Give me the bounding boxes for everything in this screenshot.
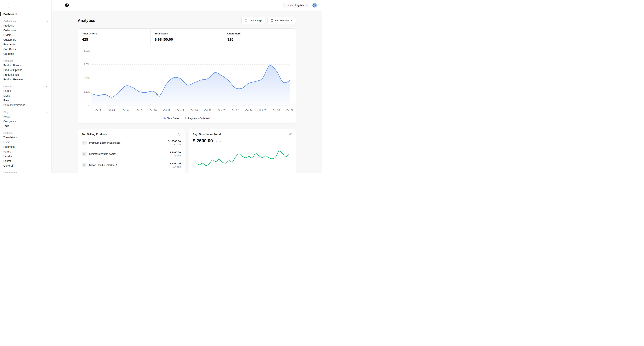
svg-text:Oct 16: Oct 16: [190, 109, 198, 112]
sidebar-item-product-brands[interactable]: Product Brands: [0, 63, 51, 68]
sidebar-item-header[interactable]: Header: [0, 154, 51, 159]
sidebar-item-footer[interactable]: Footer: [0, 159, 51, 163]
product-name: Urban Hoodie (Black / L): [89, 163, 117, 166]
sidebar-item-general[interactable]: General: [0, 163, 51, 168]
top-selling-title[interactable]: Top Selling Products: [82, 133, 107, 136]
stat-total-sales: Total Sales $ 68450.00: [150, 29, 223, 45]
sidebar-item-product-files[interactable]: Product Files: [0, 72, 51, 77]
trending-up-icon: [288, 133, 292, 136]
sidebar-section-settings[interactable]: Settings: [0, 131, 51, 135]
stat-label[interactable]: Customers: [227, 32, 240, 36]
channels-label: All Channels: [275, 19, 289, 22]
package-icon: [178, 133, 181, 136]
svg-text:Oct 2: Oct 2: [95, 109, 101, 112]
product-revenue: $ 8400.00: [169, 151, 181, 154]
stat-total-orders: Total Orders 428: [78, 29, 150, 45]
product-revenue: $ 12500.00: [168, 140, 181, 143]
svg-text:3.00k: 3.00k: [84, 77, 90, 79]
svg-text:Oct 12: Oct 12: [163, 109, 170, 112]
sidebar-item-tags[interactable]: Tags: [0, 124, 51, 128]
aov-title[interactable]: Avg. Order Value Trend: [193, 133, 221, 136]
product-row[interactable]: #3 Urban Hoodie (Black / L) $ 6200.00 12…: [82, 159, 181, 170]
sidebar-section-content[interactable]: Content: [0, 84, 51, 89]
product-row[interactable]: #2 Minimalist Watch (Gold) $ 8400.00 28 …: [82, 148, 181, 159]
sidebar-item-forms[interactable]: Forms: [0, 149, 51, 154]
sidebar-item-translations[interactable]: Translations: [0, 135, 51, 140]
product-sold: 28 sold: [169, 154, 181, 157]
legend-payments-collected[interactable]: Payments Collected: [184, 117, 210, 120]
rank-badge: #2: [82, 152, 87, 156]
aov-sparkline: [193, 149, 292, 167]
sidebar-item-form-submissions[interactable]: Form Submissions: [0, 103, 51, 107]
sales-chart-svg: 0.00k1.50k3.00k4.50k6.00kOct 2Oct 4Oct 6…: [80, 48, 293, 115]
legend-dot-payments: [184, 117, 186, 119]
analytics-panel: Total Orders 428 Total Sales $ 68450.00 …: [78, 29, 296, 124]
product-sold: 50 sold: [168, 143, 181, 146]
chevron-up-icon: [46, 60, 48, 62]
chevron-left-icon: [5, 5, 8, 7]
topbar: Locale: English: [52, 0, 322, 11]
sidebar-section-label: Collections: [4, 20, 16, 23]
sidebar-item-files[interactable]: Files: [0, 98, 51, 103]
sidebar-item-pages[interactable]: Pages: [0, 89, 51, 93]
channels-button[interactable]: All Channels: [268, 17, 296, 24]
sidebar-item-orders[interactable]: Orders: [0, 33, 51, 38]
back-button[interactable]: [4, 3, 9, 8]
product-revenue: $ 6200.00: [169, 162, 181, 165]
date-range-button[interactable]: Date Range: [241, 17, 265, 24]
product-row[interactable]: #1 Premium Leather Backpack $ 12500.00 5…: [82, 137, 181, 148]
sidebar-item-products[interactable]: Products: [0, 23, 51, 28]
sidebar-item-redirects[interactable]: Redirects: [0, 144, 51, 149]
sidebar-item-customers[interactable]: Customers: [0, 38, 51, 42]
top-selling-list: #1 Premium Leather Backpack $ 12500.00 5…: [82, 137, 181, 170]
main-area: Locale: English Analytics: [52, 0, 322, 173]
sidebar-section-label: Products: [4, 60, 13, 62]
legend-total-sales[interactable]: Total Sales: [164, 117, 179, 120]
legend-dot-sales: [164, 117, 166, 119]
sidebar-item-categories[interactable]: Categories: [0, 119, 51, 124]
page-head: Analytics Date Range: [78, 17, 296, 24]
sidebar-section-products[interactable]: Products: [0, 59, 51, 63]
app-logo[interactable]: [65, 3, 69, 8]
sidebar-item-product-reviews[interactable]: Product Reviews: [0, 77, 51, 82]
sidebar-item-posts[interactable]: Posts: [0, 114, 51, 119]
sidebar-section-label: Content: [4, 85, 12, 88]
sidebar-section-ecommerce[interactable]: Ecommerce: [0, 170, 51, 173]
sidebar-item-dashboard[interactable]: Dashboard: [0, 12, 51, 17]
stat-label[interactable]: Total Sales: [155, 32, 168, 36]
svg-text:Oct 4: Oct 4: [109, 109, 115, 112]
stat-value: 315: [227, 38, 291, 42]
svg-text:Oct 6: Oct 6: [123, 109, 128, 112]
rank-badge: #1: [82, 141, 87, 144]
sidebar-item-menu[interactable]: Menu: [0, 93, 51, 98]
chevron-up-icon: [46, 85, 48, 88]
svg-text:Oct 10: Oct 10: [150, 109, 156, 112]
user-avatar[interactable]: [312, 3, 317, 8]
svg-text:Oct 26: Oct 26: [259, 109, 266, 112]
aov-value: $ 2600.00: [193, 138, 213, 143]
content: Analytics Date Range: [52, 11, 322, 173]
sidebar-item-product-options[interactable]: Product Options: [0, 68, 51, 72]
stat-label[interactable]: Total Orders: [82, 32, 97, 36]
legend-label: Payments Collected: [188, 117, 210, 120]
chevron-down-icon: [291, 19, 293, 22]
sidebar-nav: Dashboard Collections Products Collectio…: [0, 12, 51, 173]
sidebar-section-collections[interactable]: Collections: [0, 19, 51, 23]
sidebar-section-blog[interactable]: Blog: [0, 110, 51, 114]
aov-period: Today: [214, 140, 220, 143]
sidebar-item-collections[interactable]: Collections: [0, 28, 51, 33]
stats-row: Total Orders 428 Total Sales $ 68450.00 …: [78, 29, 296, 45]
svg-text:Oct 14: Oct 14: [177, 109, 184, 112]
chevron-down-icon: [305, 4, 307, 7]
sidebar-item-payments[interactable]: Payments: [0, 42, 51, 47]
chevron-up-icon: [46, 20, 48, 22]
product-name: Premium Leather Backpack: [89, 141, 120, 144]
sidebar-item-cart-rules[interactable]: Cart Rules: [0, 47, 51, 52]
chart-legend: Total Sales Payments Collected: [78, 115, 296, 123]
top-selling-card: Top Selling Products #: [78, 129, 185, 173]
locale-selector[interactable]: Locale: English: [283, 3, 310, 8]
sidebar-item-coupons[interactable]: Coupons: [0, 52, 51, 56]
logo-icon: [65, 3, 69, 8]
app-root: Dashboard Collections Products Collectio…: [0, 0, 322, 173]
sidebar-item-users[interactable]: Users: [0, 140, 51, 144]
